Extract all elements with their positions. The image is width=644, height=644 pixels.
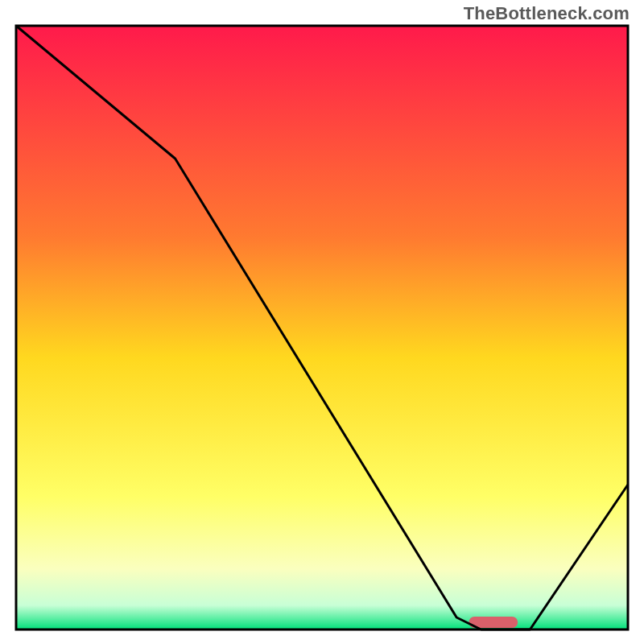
watermark-text: TheBottleneck.com [464,3,630,24]
chart-svg [14,24,630,631]
chart-background [16,26,628,630]
bottleneck-chart [14,24,630,631]
